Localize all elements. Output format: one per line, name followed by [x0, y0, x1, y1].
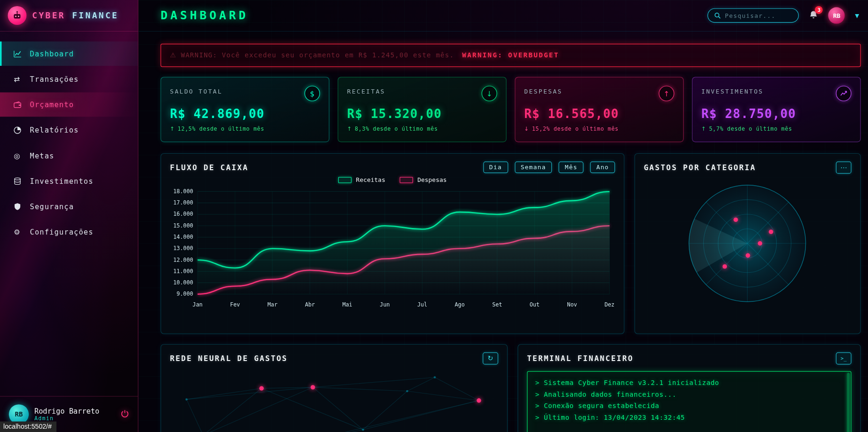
- brand-name: CYBER FINANCE: [32, 10, 119, 20]
- sidebar-item-transacoes[interactable]: ⇄ Transações: [0, 67, 138, 91]
- terminal-line: > Analisando dados financeiros...: [535, 389, 841, 401]
- robot-logo-icon: [8, 6, 26, 25]
- arrow-up-icon: ↑: [347, 126, 352, 132]
- categories-panel: GASTOS POR CATEGORIA ⋯: [634, 153, 860, 334]
- svg-text:Mar: Mar: [268, 301, 278, 308]
- svg-text:Jul: Jul: [417, 301, 427, 308]
- svg-text:17.000: 17.000: [173, 199, 193, 206]
- stat-card-investimentos: INVESTIMENTOS R$ 28.750,00 ↑ 5,7% desde …: [692, 77, 861, 142]
- sidebar-item-seguranca[interactable]: Segurança: [0, 194, 138, 219]
- arrow-down-icon: ↓: [524, 126, 529, 132]
- coins-icon: [12, 177, 22, 185]
- arrow-up-icon: ↑: [659, 86, 674, 101]
- legend-swatch-pink: [400, 177, 413, 183]
- chart-line-icon: [12, 49, 22, 58]
- arrow-down-icon: ↓: [482, 86, 497, 101]
- svg-text:Fev: Fev: [230, 301, 240, 308]
- sidebar-item-configuracoes[interactable]: ⚙ Configurações: [0, 220, 138, 244]
- brand-logo[interactable]: CYBER FINANCE: [0, 0, 138, 31]
- header-avatar[interactable]: RB: [828, 7, 845, 24]
- svg-text:Nov: Nov: [567, 301, 577, 308]
- sidebar-item-relatorios[interactable]: Relatórios: [0, 118, 138, 142]
- legend-item-receitas: Receitas: [338, 176, 385, 183]
- stat-value: R$ 16.565,00: [524, 107, 674, 120]
- charts-row: FLUXO DE CAIXA Dia Semana Mês Ano Receit…: [160, 153, 860, 334]
- period-button-dia[interactable]: Dia: [483, 162, 508, 173]
- stat-card-despesas: DESPESAS ↑ R$ 16.565,00 ↓ 15,2% desde o …: [515, 77, 684, 142]
- svg-text:Jun: Jun: [380, 301, 390, 308]
- svg-text:18.000: 18.000: [173, 188, 193, 195]
- search-icon: [714, 12, 721, 19]
- notifications-button[interactable]: 3: [809, 10, 819, 22]
- cashflow-line-chart: 9.00010.00011.00012.00013.00014.00015.00…: [170, 185, 615, 322]
- search-box: [708, 8, 799, 23]
- sidebar-item-orcamento[interactable]: Orçamento: [0, 93, 138, 117]
- top-bar: DASHBOARD 3 RB ▾: [138, 0, 868, 31]
- dots-menu-button[interactable]: ⋯: [836, 162, 852, 174]
- stat-value: R$ 15.320,00: [347, 107, 497, 120]
- svg-text:11.000: 11.000: [173, 268, 193, 275]
- period-button-ano[interactable]: Ano: [590, 162, 615, 173]
- panel-title: FLUXO DE CAIXA: [170, 163, 248, 172]
- terminal-output: > Sistema Cyber Finance v3.2.1 inicializ…: [527, 371, 852, 432]
- sidebar-item-label: Investimentos: [30, 177, 94, 185]
- refresh-button[interactable]: ↻: [483, 353, 498, 365]
- neural-panel: REDE NEURAL DE GASTOS ↻: [160, 344, 508, 432]
- user-role: Admin: [34, 416, 99, 422]
- gear-icon: ⚙: [12, 228, 22, 236]
- panel-title: REDE NEURAL DE GASTOS: [170, 354, 287, 363]
- terminal-line: > Conexão segura estabelecida: [535, 401, 841, 412]
- stat-label: RECEITAS: [347, 86, 385, 95]
- period-button-mes[interactable]: Mês: [559, 162, 584, 173]
- browser-status-bar: localhost:5502/#: [0, 422, 56, 432]
- terminal-scrollbar[interactable]: [847, 373, 850, 432]
- wallet-icon: [12, 101, 22, 109]
- power-icon[interactable]: [121, 409, 129, 419]
- sidebar-item-label: Segurança: [30, 202, 74, 211]
- terminal-line: > Último login: 13/04/2023 14:32:45: [535, 412, 841, 424]
- stat-change: ↑ 8,3% desde o último mês: [347, 126, 497, 132]
- arrow-up-icon: ↑: [701, 126, 706, 132]
- sidebar-item-investimentos[interactable]: Investimentos: [0, 169, 138, 193]
- sidebar-item-dashboard[interactable]: Dashboard: [0, 41, 138, 66]
- stat-change: ↓ 15,2% desde o último mês: [524, 126, 674, 132]
- chart-growth-icon: [836, 86, 852, 101]
- neural-network-chart: [170, 369, 498, 432]
- warning-message: ⚠ WARNING: Você excedeu seu orçamento em…: [170, 51, 454, 59]
- stat-card-receitas: RECEITAS ↓ R$ 15.320,00 ↑ 8,3% desde o ú…: [338, 77, 507, 142]
- legend-item-despesas: Despesas: [400, 176, 447, 183]
- notification-badge: 3: [815, 6, 823, 13]
- stat-label: DESPESAS: [524, 86, 562, 95]
- sidebar-item-label: Dashboard: [30, 49, 74, 58]
- search-input[interactable]: [725, 12, 786, 19]
- dollar-icon: $: [304, 86, 320, 101]
- app-window: CYBER FINANCE Dashboard ⇄ Transações Orç…: [0, 0, 868, 432]
- period-selector: Dia Semana Mês Ano: [483, 162, 615, 173]
- stat-card-saldo-total: SALDO TOTAL $ R$ 42.869,00 ↑ 12,5% desde…: [160, 77, 329, 142]
- sidebar-item-metas[interactable]: ◎ Metas: [0, 143, 138, 168]
- stat-label: INVESTIMENTOS: [701, 86, 764, 95]
- svg-text:13.000: 13.000: [173, 245, 193, 251]
- svg-text:Abr: Abr: [305, 301, 315, 308]
- svg-text:Set: Set: [492, 301, 502, 308]
- sidebar-item-label: Orçamento: [30, 101, 74, 109]
- terminal-button[interactable]: >_: [836, 353, 852, 365]
- chart-legend: Receitas Despesas: [170, 176, 615, 183]
- exchange-icon: ⇄: [12, 75, 22, 83]
- svg-text:12.000: 12.000: [173, 257, 193, 263]
- warning-overlay-text: WARNING: OVERBUDGET: [462, 51, 559, 59]
- period-button-semana[interactable]: Semana: [515, 162, 552, 173]
- stat-value: R$ 28.750,00: [701, 107, 852, 120]
- legend-swatch-green: [338, 177, 351, 183]
- warning-icon: ⚠: [170, 51, 176, 59]
- svg-text:10.000: 10.000: [173, 279, 193, 286]
- terminal-line: > Sistema Cyber Finance v3.2.1 inicializ…: [535, 377, 841, 389]
- topbar-actions: 3 RB ▾: [708, 7, 859, 24]
- chevron-down-icon[interactable]: ▾: [855, 10, 859, 20]
- svg-text:Mai: Mai: [342, 301, 352, 308]
- pie-chart-icon: [12, 126, 22, 134]
- sidebar-item-label: Relatórios: [30, 126, 79, 134]
- category-radar-chart: [644, 173, 851, 316]
- sidebar: CYBER FINANCE Dashboard ⇄ Transações Orç…: [0, 0, 138, 432]
- svg-text:Jan: Jan: [192, 301, 202, 308]
